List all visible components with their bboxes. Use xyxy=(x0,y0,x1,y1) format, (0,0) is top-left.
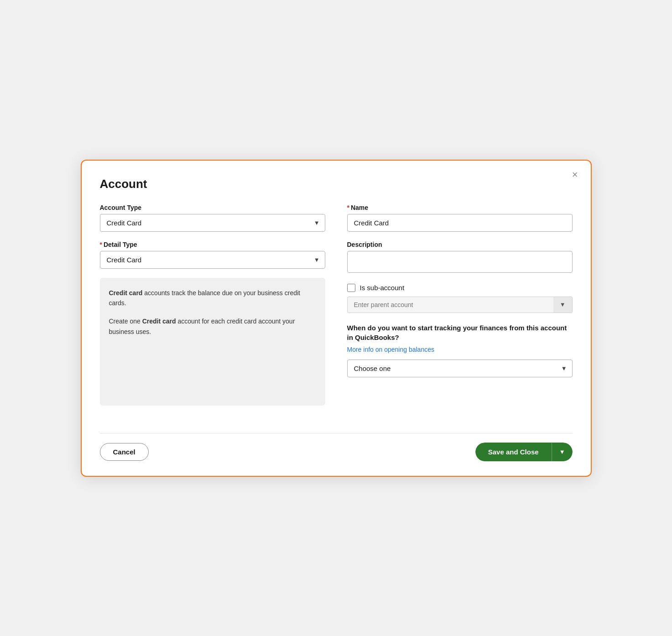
description-label: Description xyxy=(347,241,573,248)
tracking-label: When do you want to start tracking your … xyxy=(347,323,573,342)
info-text-1: Credit card accounts track the balance d… xyxy=(109,288,316,308)
detail-type-select-wrapper: Credit Card ▼ xyxy=(100,251,325,269)
choose-one-select[interactable]: Choose one xyxy=(347,360,573,377)
name-input[interactable] xyxy=(347,214,573,232)
detail-type-select[interactable]: Credit Card xyxy=(100,251,325,269)
modal-overlay: × Account Account Type Credit Card ▼ *D xyxy=(81,160,592,477)
right-column: *Name Description Is sub-account ▼ When xyxy=(347,204,573,406)
detail-type-field: *Detail Type Credit Card ▼ xyxy=(100,241,325,278)
account-type-field: Account Type Credit Card ▼ xyxy=(100,204,325,241)
info-box: Credit card accounts track the balance d… xyxy=(100,278,325,406)
account-modal: × Account Account Type Credit Card ▼ *D xyxy=(81,160,592,477)
choose-one-select-wrapper: Choose one ▼ xyxy=(347,360,573,377)
close-button[interactable]: × xyxy=(569,169,581,181)
description-input[interactable] xyxy=(347,251,573,273)
cancel-button[interactable]: Cancel xyxy=(100,443,149,461)
more-info-link[interactable]: More info on opening balances xyxy=(347,346,573,353)
detail-type-label: *Detail Type xyxy=(100,241,325,248)
save-and-close-button[interactable]: Save and Close xyxy=(475,443,552,461)
name-required: * xyxy=(347,204,349,211)
modal-footer: Cancel Save and Close ▼ xyxy=(100,433,573,461)
description-field: Description xyxy=(347,241,573,282)
parent-account-chevron-button[interactable]: ▼ xyxy=(553,297,573,313)
left-column: Account Type Credit Card ▼ *Detail Type xyxy=(100,204,325,406)
save-button-group: Save and Close ▼ xyxy=(475,443,573,461)
name-label: *Name xyxy=(347,204,573,211)
detail-type-required: * xyxy=(100,241,102,248)
parent-account-wrapper: ▼ xyxy=(347,297,573,313)
account-type-select-wrapper: Credit Card ▼ xyxy=(100,214,325,232)
account-type-label: Account Type xyxy=(100,204,325,211)
form-grid: Account Type Credit Card ▼ *Detail Type xyxy=(100,204,573,406)
save-dropdown-button[interactable]: ▼ xyxy=(552,443,573,461)
info-text-2: Create one Credit card account for each … xyxy=(109,316,316,337)
parent-account-input[interactable] xyxy=(347,297,553,313)
subaccount-checkbox[interactable] xyxy=(347,284,355,292)
subaccount-row: Is sub-account xyxy=(347,284,573,292)
modal-title: Account xyxy=(100,177,573,191)
subaccount-label: Is sub-account xyxy=(360,284,405,292)
account-type-select[interactable]: Credit Card xyxy=(100,214,325,232)
name-field: *Name xyxy=(347,204,573,241)
